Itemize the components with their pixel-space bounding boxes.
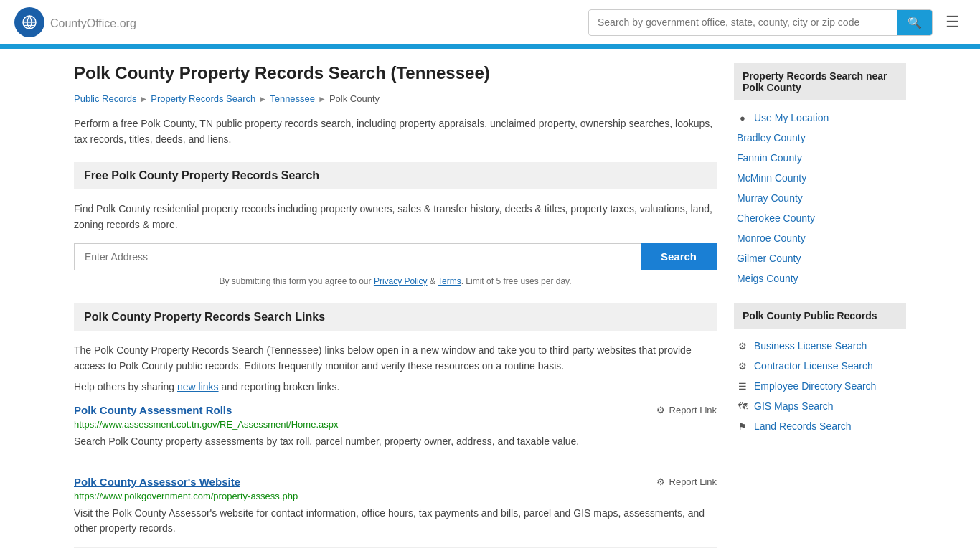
report-link-label-2: Report Link — [669, 476, 717, 487]
sidebar-nearby-section: Property Records Search near Polk County… — [734, 63, 906, 288]
logo-area: CountyOffice.org — [14, 7, 136, 37]
sidebar-item-mcminn-county[interactable]: McMinn County — [734, 168, 906, 188]
privacy-policy-link[interactable]: Privacy Policy — [374, 276, 428, 286]
form-note: By submitting this form you agree to our… — [74, 276, 717, 286]
sidebar-item-meigs-county[interactable]: Meigs County — [734, 268, 906, 288]
sharing-note-suffix: and reporting broken links. — [221, 381, 339, 392]
report-link-button-2[interactable]: ⚙ Report Link — [656, 476, 717, 487]
sidebar-item-gilmer-county[interactable]: Gilmer County — [734, 248, 906, 268]
address-search-form: Search — [74, 243, 717, 270]
sharing-note: Help others by sharing new links and rep… — [74, 381, 717, 392]
breadcrumb-property-records-search[interactable]: Property Records Search — [151, 93, 255, 104]
links-section-heading: Polk County Property Records Search Link… — [74, 303, 717, 331]
sidebar-county-label-mcminn: McMinn County — [737, 172, 806, 184]
sidebar-item-business-license[interactable]: ⚙ Business License Search — [734, 336, 906, 356]
sidebar-item-contractor-license[interactable]: ⚙ Contractor License Search — [734, 356, 906, 376]
record-title-assessor-website[interactable]: Polk County Assessor's Website — [74, 476, 240, 488]
main-content: Polk County Property Records Search (Ten… — [74, 63, 717, 551]
report-link-button-1[interactable]: ⚙ Report Link — [656, 405, 717, 415]
breadcrumb-sep-2: ► — [258, 94, 267, 104]
breadcrumb-tennessee[interactable]: Tennessee — [270, 93, 315, 104]
sidebar-item-murray-county[interactable]: Murray County — [734, 188, 906, 208]
new-links-link[interactable]: new links — [177, 381, 219, 392]
sidebar-county-label-murray: Murray County — [737, 192, 803, 204]
record-item-assessor-website: Polk County Assessor's Website ⚙ Report … — [74, 476, 717, 548]
free-search-description: Find Polk County residential property re… — [74, 201, 717, 233]
sidebar-county-label-cherokee: Cherokee County — [737, 212, 815, 224]
sidebar-item-employee-directory[interactable]: ☰ Employee Directory Search — [734, 376, 906, 396]
record-title-assessment-rolls[interactable]: Polk County Assessment Rolls — [74, 404, 232, 416]
logo-icon — [14, 7, 44, 37]
location-icon: ● — [737, 113, 748, 123]
gear-icon-1: ⚙ — [737, 341, 748, 352]
global-search-button[interactable]: 🔍 — [897, 10, 932, 35]
form-note-prefix: By submitting this form you agree to our — [219, 276, 371, 286]
sidebar-use-my-location-label: Use My Location — [754, 112, 829, 123]
sidebar-county-label-gilmer: Gilmer County — [737, 253, 801, 264]
sidebar-label-land-records: Land Records Search — [754, 420, 851, 432]
record-item-header: Polk County Assessment Rolls ⚙ Report Li… — [74, 404, 717, 416]
free-search-section: Free Polk County Property Records Search… — [74, 162, 717, 286]
main-container: Polk County Property Records Search (Ten… — [60, 49, 920, 551]
record-url-assessor-website[interactable]: https://www.polkgovernment.com/property-… — [74, 491, 717, 501]
sidebar-item-gis-maps[interactable]: 🗺 GIS Maps Search — [734, 396, 906, 416]
breadcrumb-sep-3: ► — [318, 94, 326, 104]
logo-text[interactable]: CountyOffice.org — [50, 13, 136, 32]
sidebar-item-cherokee-county[interactable]: Cherokee County — [734, 208, 906, 228]
sidebar-label-contractor-license: Contractor License Search — [754, 360, 873, 372]
global-search-container: 🔍 — [588, 9, 933, 36]
links-description: The Polk County Property Records Search … — [74, 342, 717, 375]
page-title: Polk County Property Records Search (Ten… — [74, 63, 717, 83]
sidebar-item-monroe-county[interactable]: Monroe County — [734, 228, 906, 248]
sidebar-nearby-heading: Property Records Search near Polk County — [734, 63, 906, 100]
sidebar-public-records-heading: Polk County Public Records — [734, 303, 906, 329]
search-icon: 🔍 — [908, 17, 922, 29]
sidebar-item-bradley-county[interactable]: Bradley County — [734, 128, 906, 148]
address-search-input[interactable] — [74, 243, 641, 270]
record-desc-assessor-website: Visit the Polk County Assessor's website… — [74, 506, 717, 536]
land-icon: ⚑ — [737, 421, 748, 432]
sharing-note-prefix: Help others by sharing — [74, 381, 174, 392]
free-search-heading: Free Polk County Property Records Search — [74, 162, 717, 189]
address-search-button[interactable]: Search — [641, 243, 717, 270]
sidebar: Property Records Search near Polk County… — [734, 63, 906, 551]
sidebar-item-land-records[interactable]: ⚑ Land Records Search — [734, 416, 906, 436]
hamburger-menu-icon[interactable]: ☰ — [940, 10, 966, 34]
terms-link[interactable]: Terms — [438, 276, 461, 286]
map-icon: 🗺 — [737, 401, 748, 412]
report-link-icon: ⚙ — [656, 405, 665, 415]
site-header: CountyOffice.org 🔍 ☰ — [0, 0, 980, 47]
record-item-header-2: Polk County Assessor's Website ⚙ Report … — [74, 476, 717, 488]
sidebar-use-my-location[interactable]: ● Use My Location — [734, 108, 906, 128]
record-desc-assessment-rolls: Search Polk County property assessments … — [74, 434, 717, 449]
breadcrumb-sep-1: ► — [139, 94, 148, 104]
sidebar-label-employee-directory: Employee Directory Search — [754, 380, 876, 392]
sidebar-county-label-bradley: Bradley County — [737, 132, 806, 143]
report-link-label: Report Link — [669, 405, 717, 415]
sidebar-county-label-meigs: Meigs County — [737, 273, 798, 284]
global-search-input[interactable] — [589, 11, 897, 34]
links-section: Polk County Property Records Search Link… — [74, 303, 717, 549]
sidebar-label-business-license: Business License Search — [754, 340, 867, 352]
list-icon: ☰ — [737, 381, 748, 392]
breadcrumb: Public Records ► Property Records Search… — [74, 93, 717, 104]
header-right: 🔍 ☰ — [588, 9, 966, 36]
sidebar-item-fannin-county[interactable]: Fannin County — [734, 148, 906, 168]
sidebar-label-gis-maps: GIS Maps Search — [754, 400, 834, 412]
sidebar-county-label-fannin: Fannin County — [737, 152, 802, 164]
page-description: Perform a free Polk County, TN public pr… — [74, 116, 717, 148]
report-link-icon-2: ⚙ — [656, 476, 665, 487]
form-note-suffix: . Limit of 5 free uses per day. — [461, 276, 572, 286]
breadcrumb-public-records[interactable]: Public Records — [74, 93, 136, 104]
breadcrumb-polk-county: Polk County — [329, 93, 380, 104]
sidebar-public-records-section: Polk County Public Records ⚙ Business Li… — [734, 303, 906, 436]
gear-icon-2: ⚙ — [737, 361, 748, 372]
record-item-assessment-rolls: Polk County Assessment Rolls ⚙ Report Li… — [74, 404, 717, 461]
record-url-assessment-rolls[interactable]: https://www.assessment.cot.tn.gov/RE_Ass… — [74, 419, 717, 430]
sidebar-county-label-monroe: Monroe County — [737, 232, 806, 244]
